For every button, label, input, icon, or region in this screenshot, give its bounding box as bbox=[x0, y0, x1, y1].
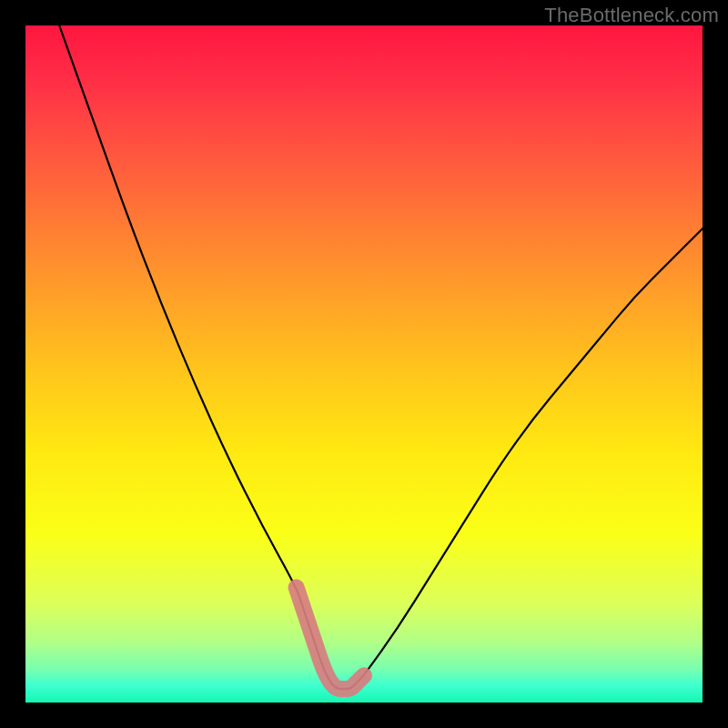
watermark-text: TheBottleneck.com bbox=[544, 4, 719, 27]
curve-layer bbox=[25, 25, 703, 703]
optimal-band bbox=[297, 588, 364, 690]
bottleneck-curve bbox=[59, 25, 703, 689]
chart-frame: TheBottleneck.com bbox=[0, 0, 728, 728]
plot-area bbox=[25, 25, 703, 703]
